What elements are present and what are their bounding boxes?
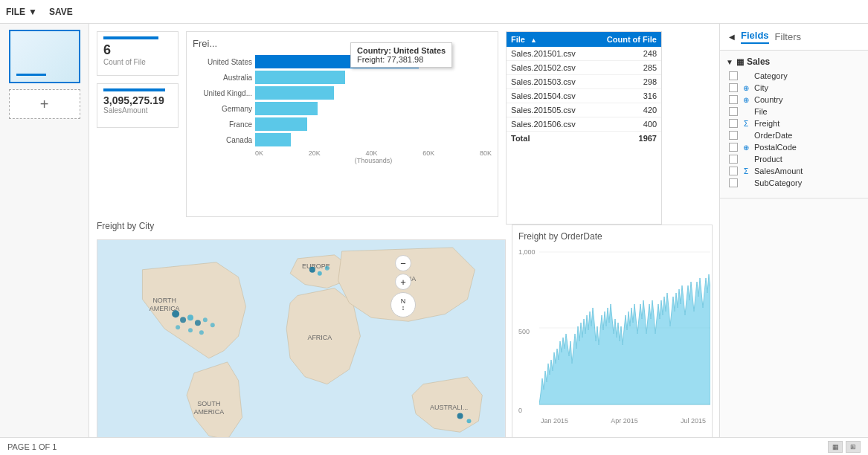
bar-row[interactable]: United Kingd... [193, 86, 492, 100]
map-title-label: Freight by City [97, 221, 154, 231]
y-label-500: 500 [518, 328, 530, 335]
field-checkbox[interactable] [729, 83, 738, 92]
measure-icon: Σ [741, 167, 751, 175]
map-nav-button[interactable]: N ↕ [390, 292, 416, 317]
add-page-button[interactable]: + [9, 89, 80, 119]
bar-row[interactable]: France [193, 117, 492, 131]
x-axis-tick: 60K [422, 149, 434, 157]
freight-chart-title: Freight by OrderDate [518, 231, 706, 242]
field-item[interactable]: Σ Freight [726, 117, 862, 129]
field-checkbox[interactable] [729, 178, 738, 187]
tab-fields[interactable]: Fields [741, 30, 769, 44]
bar-row[interactable]: Canada [193, 133, 492, 146]
fields-header: ◀ Fields Filters [720, 24, 868, 51]
svg-point-17 [199, 330, 204, 335]
x-axis: 0K20K40K60K80K [255, 149, 492, 157]
view-icon-2[interactable]: ⊞ [846, 441, 861, 453]
bar-fill [255, 71, 345, 84]
field-item[interactable]: ⊕ Country [726, 94, 862, 106]
svg-point-10 [180, 317, 186, 323]
map-controls: − + N ↕ [390, 255, 416, 317]
field-item[interactable]: Product [726, 153, 862, 165]
file-menu[interactable]: FILE ▼ [6, 7, 37, 17]
svg-point-15 [210, 323, 215, 327]
tab-filters[interactable]: Filters [775, 31, 801, 42]
measure-icon: Σ [741, 120, 751, 128]
bar-fill [255, 117, 307, 131]
count-cell: 316 [592, 89, 661, 103]
field-name: Freight [754, 119, 779, 128]
field-checkbox[interactable] [729, 131, 738, 140]
svg-point-22 [467, 419, 472, 423]
svg-text:AMERICA: AMERICA [193, 408, 224, 416]
field-checkbox[interactable] [729, 155, 738, 164]
table-row[interactable]: Sales.201502.csv 285 [507, 61, 661, 75]
kpi-count-bar [103, 36, 158, 39]
field-name: Category [754, 71, 788, 80]
bar-label: Canada [193, 136, 252, 144]
total-label: Total [507, 132, 592, 146]
field-checkbox[interactable] [729, 167, 738, 175]
field-item[interactable]: Σ SalesAmount [726, 165, 862, 177]
geo-icon: ⊕ [741, 84, 751, 92]
field-item[interactable]: Category [726, 70, 862, 82]
field-name: SalesAmount [754, 167, 803, 175]
table-row[interactable]: Sales.201503.csv 298 [507, 75, 661, 89]
field-checkbox[interactable] [729, 143, 738, 152]
field-item[interactable]: File [726, 106, 862, 117]
svg-text:SOUTH: SOUTH [197, 401, 220, 408]
kpi-count-label: Count of File [103, 58, 172, 66]
zoom-in-button[interactable]: + [395, 274, 411, 290]
file-col-header: File ▲ [507, 32, 592, 47]
table-row[interactable]: Sales.201505.csv 420 [507, 103, 661, 117]
svg-text:AUSTRALI...: AUSTRALI... [430, 404, 468, 411]
topbar: FILE ▼ SAVE [0, 0, 868, 24]
bar-fill [255, 86, 334, 100]
field-item[interactable]: OrderDate [726, 129, 862, 141]
bar-row[interactable]: Germany [193, 102, 492, 115]
x-axis-tick: 40K [365, 149, 377, 157]
table-row[interactable]: Sales.201501.csv 248 [507, 47, 661, 61]
geo-icon: ⊕ [741, 96, 751, 104]
field-checkbox[interactable] [729, 119, 738, 128]
file-cell: Sales.201501.csv [507, 47, 592, 61]
page-thumbnail-1[interactable] [9, 30, 80, 83]
table-row[interactable]: Sales.201506.csv 400 [507, 117, 661, 132]
field-item[interactable]: SubCategory [726, 177, 862, 189]
freight-by-city-map[interactable]: NORTH AMERICA SOUTH AMERICA EUROPE AFRIC… [97, 239, 506, 437]
kpi-count-file: 6 Count of File [97, 31, 179, 76]
plus-icon: + [40, 96, 49, 113]
fields-section: ▼ ▦ Sales Category ⊕ City ⊕ Country File… [720, 51, 868, 195]
field-item[interactable]: ⊕ City [726, 82, 862, 94]
freight-bar-chart[interactable]: Frei... Country: United States Freight: … [186, 31, 498, 217]
kpi-sales-amount: 3,095,275.19 SalesAmount [97, 83, 179, 128]
page-thumb-panel: + [0, 24, 89, 437]
svg-point-13 [195, 320, 201, 326]
freight-x-axis: Jan 2015Apr 2015Jul 2015 [541, 417, 706, 425]
field-checkbox[interactable] [729, 95, 738, 104]
svg-point-9 [172, 310, 179, 317]
table-row[interactable]: Sales.201504.csv 316 [507, 89, 661, 103]
view-icon-1[interactable]: ▦ [828, 441, 843, 453]
count-col-header: Count of File [592, 32, 661, 47]
field-checkbox[interactable] [729, 71, 738, 80]
kpi-sales-value: 3,095,275.19 [103, 94, 172, 106]
field-name: File [754, 107, 768, 116]
fields-collapse-icon[interactable]: ◀ [729, 33, 735, 41]
svg-point-16 [188, 328, 193, 332]
file-cell: Sales.201505.csv [507, 103, 592, 117]
bar-row[interactable]: Australia [193, 71, 492, 84]
freight-x-tick: Jan 2015 [541, 417, 568, 425]
zoom-out-button[interactable]: − [395, 255, 411, 271]
group-expand-icon[interactable]: ▼ [726, 58, 733, 66]
bar-label: Australia [193, 74, 252, 82]
y-label-0: 0 [518, 407, 522, 414]
field-name: City [754, 83, 768, 92]
svg-point-21 [457, 413, 463, 419]
field-item[interactable]: ⊕ PostalCode [726, 141, 862, 153]
file-cell: Sales.201502.csv [507, 61, 592, 75]
save-button[interactable]: SAVE [49, 7, 73, 17]
field-checkbox[interactable] [729, 107, 738, 116]
page-info: PAGE 1 OF 1 [7, 442, 57, 451]
bar-label: France [193, 120, 252, 129]
